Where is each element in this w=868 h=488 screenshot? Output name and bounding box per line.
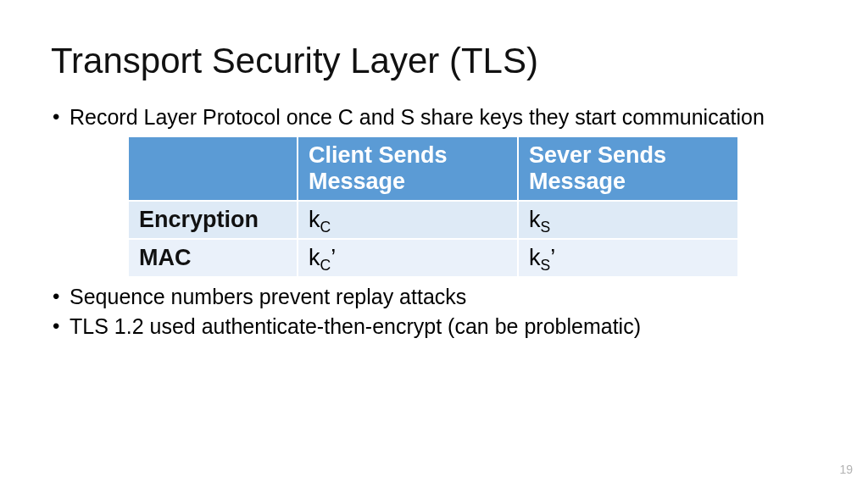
cell-mac-server: kS’ [518, 239, 738, 277]
key-table: Client Sends Message Sever Sends Message… [127, 136, 739, 278]
table-row: MAC kC’ kS’ [128, 239, 738, 277]
key-table-wrap: Client Sends Message Sever Sends Message… [127, 136, 817, 278]
k-base: k [309, 245, 320, 270]
slide-title: Transport Security Layer (TLS) [51, 41, 817, 81]
row-label-mac: MAC [128, 239, 298, 277]
table-header-blank [128, 136, 298, 201]
bullet-list: Record Layer Protocol once C and S share… [51, 105, 817, 130]
slide: Transport Security Layer (TLS) Record La… [0, 0, 868, 488]
bullet-item: Record Layer Protocol once C and S share… [51, 105, 817, 130]
k-base: k [529, 245, 541, 270]
row-label-encryption: Encryption [128, 201, 298, 239]
table-header-server: Sever Sends Message [518, 136, 738, 201]
table-header-client: Client Sends Message [298, 136, 518, 201]
k-sub: S [541, 219, 551, 236]
table-header-row: Client Sends Message Sever Sends Message [128, 136, 738, 201]
table-row: Encryption kC kS [128, 201, 738, 239]
k-base: k [529, 207, 541, 232]
k-suffix: ’ [331, 245, 336, 270]
bullet-list: Sequence numbers prevent replay attacks … [51, 285, 817, 340]
cell-enc-client: kC [298, 201, 518, 239]
k-sub: S [541, 257, 551, 274]
k-suffix: ’ [550, 245, 555, 270]
page-number: 19 [839, 463, 853, 476]
k-base: k [309, 207, 320, 232]
k-sub: C [320, 219, 331, 236]
cell-mac-client: kC’ [298, 239, 518, 277]
bullet-item: Sequence numbers prevent replay attacks [51, 285, 817, 310]
k-sub: C [320, 257, 331, 274]
bullet-item: TLS 1.2 used authenticate-then-encrypt (… [51, 314, 817, 340]
cell-enc-server: kS [518, 201, 738, 239]
